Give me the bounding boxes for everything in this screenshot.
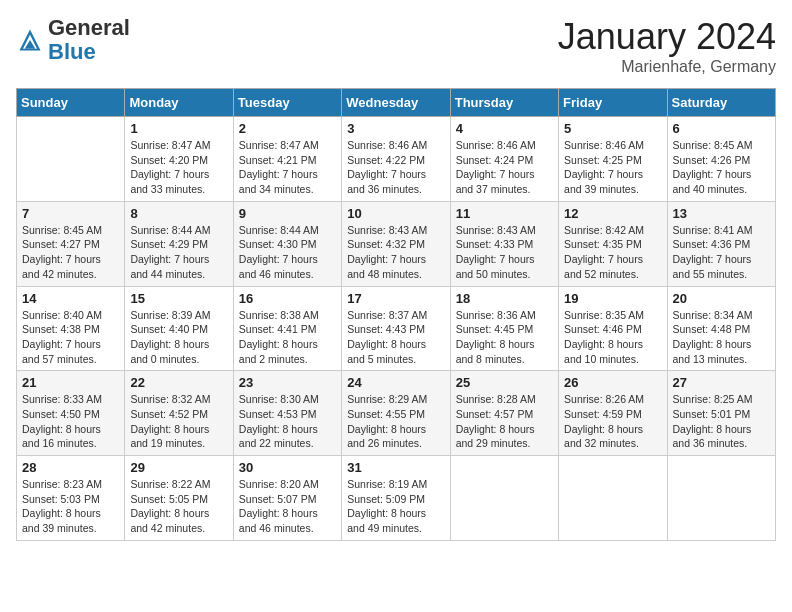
header-row: SundayMondayTuesdayWednesdayThursdayFrid… (17, 89, 776, 117)
day-number: 25 (456, 375, 553, 390)
day-info: Sunrise: 8:20 AMSunset: 5:07 PMDaylight:… (239, 477, 336, 536)
day-cell: 13 Sunrise: 8:41 AMSunset: 4:36 PMDaylig… (667, 201, 775, 286)
day-number: 13 (673, 206, 770, 221)
day-cell: 28 Sunrise: 8:23 AMSunset: 5:03 PMDaylig… (17, 456, 125, 541)
month-title: January 2024 (558, 16, 776, 58)
day-number: 24 (347, 375, 444, 390)
day-info: Sunrise: 8:38 AMSunset: 4:41 PMDaylight:… (239, 308, 336, 367)
week-row-2: 7 Sunrise: 8:45 AMSunset: 4:27 PMDayligh… (17, 201, 776, 286)
day-number: 31 (347, 460, 444, 475)
day-number: 10 (347, 206, 444, 221)
day-number: 21 (22, 375, 119, 390)
day-info: Sunrise: 8:29 AMSunset: 4:55 PMDaylight:… (347, 392, 444, 451)
day-cell: 14 Sunrise: 8:40 AMSunset: 4:38 PMDaylig… (17, 286, 125, 371)
day-info: Sunrise: 8:22 AMSunset: 5:05 PMDaylight:… (130, 477, 227, 536)
day-number: 5 (564, 121, 661, 136)
day-number: 4 (456, 121, 553, 136)
day-cell: 9 Sunrise: 8:44 AMSunset: 4:30 PMDayligh… (233, 201, 341, 286)
day-cell: 2 Sunrise: 8:47 AMSunset: 4:21 PMDayligh… (233, 117, 341, 202)
day-info: Sunrise: 8:44 AMSunset: 4:29 PMDaylight:… (130, 223, 227, 282)
day-number: 30 (239, 460, 336, 475)
day-number: 3 (347, 121, 444, 136)
day-cell: 1 Sunrise: 8:47 AMSunset: 4:20 PMDayligh… (125, 117, 233, 202)
day-number: 29 (130, 460, 227, 475)
day-cell: 31 Sunrise: 8:19 AMSunset: 5:09 PMDaylig… (342, 456, 450, 541)
day-info: Sunrise: 8:42 AMSunset: 4:35 PMDaylight:… (564, 223, 661, 282)
week-row-4: 21 Sunrise: 8:33 AMSunset: 4:50 PMDaylig… (17, 371, 776, 456)
day-info: Sunrise: 8:39 AMSunset: 4:40 PMDaylight:… (130, 308, 227, 367)
day-cell: 22 Sunrise: 8:32 AMSunset: 4:52 PMDaylig… (125, 371, 233, 456)
logo: General Blue (16, 16, 130, 64)
day-info: Sunrise: 8:44 AMSunset: 4:30 PMDaylight:… (239, 223, 336, 282)
day-info: Sunrise: 8:28 AMSunset: 4:57 PMDaylight:… (456, 392, 553, 451)
day-cell: 17 Sunrise: 8:37 AMSunset: 4:43 PMDaylig… (342, 286, 450, 371)
day-cell: 16 Sunrise: 8:38 AMSunset: 4:41 PMDaylig… (233, 286, 341, 371)
day-cell: 27 Sunrise: 8:25 AMSunset: 5:01 PMDaylig… (667, 371, 775, 456)
day-cell: 8 Sunrise: 8:44 AMSunset: 4:29 PMDayligh… (125, 201, 233, 286)
header-day-sunday: Sunday (17, 89, 125, 117)
day-cell: 25 Sunrise: 8:28 AMSunset: 4:57 PMDaylig… (450, 371, 558, 456)
day-info: Sunrise: 8:19 AMSunset: 5:09 PMDaylight:… (347, 477, 444, 536)
day-number: 11 (456, 206, 553, 221)
day-number: 19 (564, 291, 661, 306)
day-info: Sunrise: 8:23 AMSunset: 5:03 PMDaylight:… (22, 477, 119, 536)
day-number: 1 (130, 121, 227, 136)
day-number: 15 (130, 291, 227, 306)
header-day-friday: Friday (559, 89, 667, 117)
location: Marienhafe, Germany (558, 58, 776, 76)
calendar-table: SundayMondayTuesdayWednesdayThursdayFrid… (16, 88, 776, 541)
day-info: Sunrise: 8:25 AMSunset: 5:01 PMDaylight:… (673, 392, 770, 451)
logo-icon (16, 26, 44, 54)
calendar-body: 1 Sunrise: 8:47 AMSunset: 4:20 PMDayligh… (17, 117, 776, 541)
day-cell: 19 Sunrise: 8:35 AMSunset: 4:46 PMDaylig… (559, 286, 667, 371)
day-info: Sunrise: 8:33 AMSunset: 4:50 PMDaylight:… (22, 392, 119, 451)
logo-blue-text: Blue (48, 39, 96, 64)
day-info: Sunrise: 8:32 AMSunset: 4:52 PMDaylight:… (130, 392, 227, 451)
day-info: Sunrise: 8:35 AMSunset: 4:46 PMDaylight:… (564, 308, 661, 367)
day-cell: 12 Sunrise: 8:42 AMSunset: 4:35 PMDaylig… (559, 201, 667, 286)
day-info: Sunrise: 8:40 AMSunset: 4:38 PMDaylight:… (22, 308, 119, 367)
day-info: Sunrise: 8:47 AMSunset: 4:21 PMDaylight:… (239, 138, 336, 197)
page-header: General Blue January 2024 Marienhafe, Ge… (16, 16, 776, 76)
day-cell: 5 Sunrise: 8:46 AMSunset: 4:25 PMDayligh… (559, 117, 667, 202)
day-number: 16 (239, 291, 336, 306)
day-number: 8 (130, 206, 227, 221)
day-number: 9 (239, 206, 336, 221)
day-cell: 26 Sunrise: 8:26 AMSunset: 4:59 PMDaylig… (559, 371, 667, 456)
header-day-saturday: Saturday (667, 89, 775, 117)
week-row-3: 14 Sunrise: 8:40 AMSunset: 4:38 PMDaylig… (17, 286, 776, 371)
day-cell: 6 Sunrise: 8:45 AMSunset: 4:26 PMDayligh… (667, 117, 775, 202)
header-day-wednesday: Wednesday (342, 89, 450, 117)
day-info: Sunrise: 8:45 AMSunset: 4:27 PMDaylight:… (22, 223, 119, 282)
day-info: Sunrise: 8:30 AMSunset: 4:53 PMDaylight:… (239, 392, 336, 451)
day-number: 26 (564, 375, 661, 390)
day-cell (450, 456, 558, 541)
day-info: Sunrise: 8:46 AMSunset: 4:25 PMDaylight:… (564, 138, 661, 197)
day-info: Sunrise: 8:46 AMSunset: 4:24 PMDaylight:… (456, 138, 553, 197)
day-cell: 30 Sunrise: 8:20 AMSunset: 5:07 PMDaylig… (233, 456, 341, 541)
day-info: Sunrise: 8:26 AMSunset: 4:59 PMDaylight:… (564, 392, 661, 451)
day-info: Sunrise: 8:43 AMSunset: 4:32 PMDaylight:… (347, 223, 444, 282)
header-day-tuesday: Tuesday (233, 89, 341, 117)
day-cell: 7 Sunrise: 8:45 AMSunset: 4:27 PMDayligh… (17, 201, 125, 286)
day-number: 12 (564, 206, 661, 221)
day-number: 28 (22, 460, 119, 475)
day-cell (17, 117, 125, 202)
day-number: 22 (130, 375, 227, 390)
day-number: 23 (239, 375, 336, 390)
day-number: 18 (456, 291, 553, 306)
day-number: 6 (673, 121, 770, 136)
day-cell (559, 456, 667, 541)
day-info: Sunrise: 8:36 AMSunset: 4:45 PMDaylight:… (456, 308, 553, 367)
day-cell (667, 456, 775, 541)
day-number: 20 (673, 291, 770, 306)
day-info: Sunrise: 8:43 AMSunset: 4:33 PMDaylight:… (456, 223, 553, 282)
day-number: 2 (239, 121, 336, 136)
day-cell: 18 Sunrise: 8:36 AMSunset: 4:45 PMDaylig… (450, 286, 558, 371)
calendar-header: SundayMondayTuesdayWednesdayThursdayFrid… (17, 89, 776, 117)
title-block: January 2024 Marienhafe, Germany (558, 16, 776, 76)
week-row-1: 1 Sunrise: 8:47 AMSunset: 4:20 PMDayligh… (17, 117, 776, 202)
day-cell: 21 Sunrise: 8:33 AMSunset: 4:50 PMDaylig… (17, 371, 125, 456)
day-info: Sunrise: 8:47 AMSunset: 4:20 PMDaylight:… (130, 138, 227, 197)
day-cell: 15 Sunrise: 8:39 AMSunset: 4:40 PMDaylig… (125, 286, 233, 371)
